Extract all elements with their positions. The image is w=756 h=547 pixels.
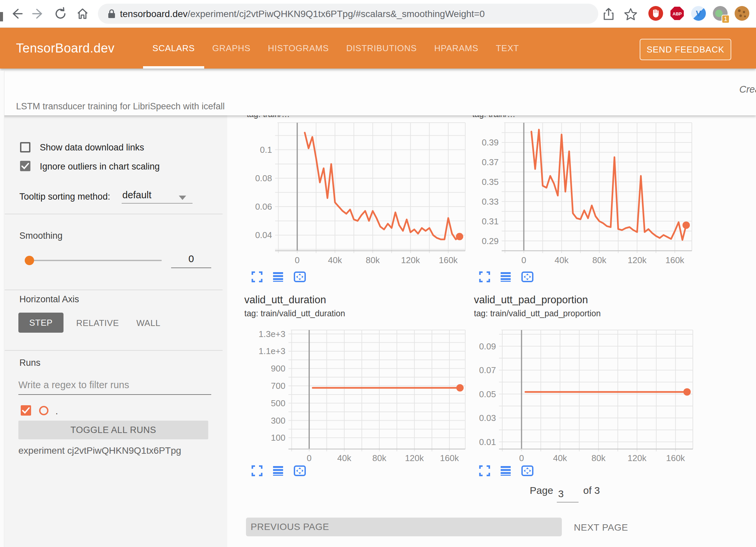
- fullscreen-icon[interactable]: [251, 465, 263, 476]
- show-download-links-label: Show data download links: [40, 142, 144, 153]
- back-icon[interactable]: [9, 7, 23, 21]
- smoothing-label: Smoothing: [19, 231, 62, 241]
- abp-extension-icon[interactable]: ABP: [670, 6, 684, 21]
- gray-extension-icon[interactable]: 1: [713, 6, 728, 21]
- svg-text:1.3e+3: 1.3e+3: [259, 329, 285, 339]
- experiment-title: LSTM transducer training for LibriSpeech…: [16, 101, 225, 112]
- check-icon: [21, 406, 30, 415]
- log-scale-icon[interactable]: [272, 465, 284, 476]
- svg-text:120k: 120k: [628, 255, 647, 265]
- ignore-outliers-checkbox[interactable]: [20, 161, 30, 171]
- v-extension-icon[interactable]: V: [691, 6, 706, 21]
- runs-regex-underline: [18, 394, 211, 395]
- svg-text:100: 100: [271, 433, 285, 443]
- chart-actions-top-left: [251, 271, 306, 283]
- share-icon[interactable]: [602, 7, 616, 21]
- tab-text[interactable]: TEXT: [495, 28, 520, 69]
- tooltip-sorting-label: Tooltip sorting method:: [19, 192, 110, 202]
- svg-text:0: 0: [295, 255, 299, 265]
- log-scale-icon[interactable]: [272, 271, 284, 283]
- address-bar[interactable]: tensorboard.dev/experiment/cj2vtPiwQHKN9…: [98, 4, 598, 24]
- url-path: /experiment/cj2vtPiwQHKN9Q1tx6PTpg/#scal…: [187, 9, 485, 19]
- svg-text:80k: 80k: [366, 255, 380, 265]
- fit-domain-icon[interactable]: [521, 465, 534, 476]
- smoothing-input-underline: [171, 267, 211, 268]
- smoothing-value-input[interactable]: 0: [171, 253, 211, 264]
- page-of-label: of 3: [583, 485, 600, 496]
- forward-icon[interactable]: [31, 7, 45, 21]
- horizontal-axis-label: Horizontal Axis: [19, 294, 79, 305]
- svg-text:40k: 40k: [337, 453, 352, 463]
- previous-page-button[interactable]: PREVIOUS PAGE: [246, 518, 562, 536]
- hand-blocker-extension-icon[interactable]: [648, 6, 663, 21]
- run-color-circle[interactable]: [39, 406, 48, 415]
- send-feedback-button[interactable]: SEND FEEDBACK: [640, 39, 731, 60]
- charts-panel: tag: train/… tag: train/… 0.040.060.080.…: [227, 115, 756, 547]
- run-checkbox[interactable]: [21, 405, 31, 416]
- smoothing-slider-track[interactable]: [25, 260, 162, 261]
- tab-histograms[interactable]: HISTOGRAMS: [267, 28, 330, 69]
- svg-text:80k: 80k: [592, 453, 606, 463]
- bookmark-star-icon[interactable]: [624, 7, 638, 21]
- chart-canvas-bottom-right[interactable]: 0.010.030.050.070.09040k80k120k160k: [478, 323, 705, 465]
- left-gutter: [0, 71, 4, 547]
- fit-domain-icon[interactable]: [521, 271, 534, 283]
- check-icon: [21, 162, 30, 170]
- show-download-links-checkbox[interactable]: [20, 142, 30, 152]
- svg-text:40k: 40k: [553, 453, 568, 463]
- fullscreen-icon[interactable]: [479, 465, 490, 476]
- svg-text:1.1e+3: 1.1e+3: [259, 346, 285, 356]
- app-logo[interactable]: TensorBoard.dev: [16, 41, 115, 56]
- page-input-underline: [557, 502, 579, 503]
- log-scale-icon[interactable]: [500, 271, 511, 283]
- cookie-extension-icon[interactable]: [735, 6, 749, 21]
- svg-text:0.37: 0.37: [482, 157, 499, 167]
- tab-distributions[interactable]: DISTRIBUTIONS: [346, 28, 417, 69]
- svg-text:160k: 160k: [439, 255, 458, 265]
- toggle-all-runs-button[interactable]: TOGGLE ALL RUNS: [18, 421, 208, 439]
- abp-label: ABP: [672, 11, 682, 16]
- home-icon[interactable]: [76, 7, 90, 21]
- axis-step-button[interactable]: STEP: [18, 313, 64, 333]
- svg-text:40k: 40k: [328, 255, 342, 265]
- settings-sidebar: Show data download links Ignore outliers…: [5, 115, 227, 547]
- svg-text:0.35: 0.35: [482, 177, 499, 187]
- chart-canvas-bottom-left[interactable]: 1003005007009001.1e+31.3e+3040k80k120k16…: [251, 323, 478, 465]
- svg-text:120k: 120k: [628, 453, 647, 463]
- fit-domain-icon[interactable]: [293, 465, 306, 476]
- fullscreen-icon[interactable]: [479, 271, 490, 283]
- tab-hparams[interactable]: HPARAMS: [433, 28, 479, 69]
- smoothing-slider-knob[interactable]: [25, 256, 34, 265]
- svg-text:120k: 120k: [401, 255, 420, 265]
- fit-domain-icon[interactable]: [293, 271, 306, 283]
- reload-icon[interactable]: [53, 7, 68, 21]
- run-name-label: .: [55, 406, 58, 417]
- fullscreen-icon[interactable]: [251, 271, 263, 283]
- tooltip-sorting-select[interactable]: default: [122, 190, 151, 201]
- svg-text:0.29: 0.29: [482, 236, 499, 246]
- runs-regex-input[interactable]: Write a regex to filter runs: [18, 379, 129, 391]
- url-text: tensorboard.dev/experiment/cj2vtPiwQHKN9…: [120, 9, 485, 19]
- tab-graphs[interactable]: GRAPHS: [212, 28, 251, 69]
- chart-title-valid-utt-duration: valid_utt_duration: [244, 294, 326, 306]
- next-page-button[interactable]: NEXT PAGE: [574, 522, 628, 533]
- svg-text:0.01: 0.01: [479, 437, 496, 447]
- page-number-input[interactable]: 3: [557, 488, 579, 500]
- divider: [5, 214, 223, 214]
- chart-canvas-top-right[interactable]: 0.290.310.330.350.370.39040k80k120k160k: [478, 115, 705, 266]
- app-header: TensorBoard.dev SCALARS GRAPHS HISTOGRAM…: [0, 28, 756, 69]
- tab-scalars[interactable]: SCALARS: [152, 28, 196, 69]
- svg-text:120k: 120k: [405, 453, 424, 463]
- svg-text:0: 0: [519, 453, 524, 463]
- svg-text:80k: 80k: [592, 255, 607, 265]
- svg-text:0.07: 0.07: [479, 365, 496, 375]
- svg-text:0.05: 0.05: [479, 389, 496, 399]
- chart-canvas-top-left[interactable]: 0.040.060.080.1040k80k120k160k: [251, 115, 478, 266]
- svg-text:0.06: 0.06: [255, 202, 272, 212]
- axis-relative-button[interactable]: RELATIVE: [76, 318, 119, 328]
- svg-text:160k: 160k: [665, 255, 684, 265]
- chevron-down-icon[interactable]: [179, 196, 186, 200]
- log-scale-icon[interactable]: [500, 465, 511, 476]
- svg-text:300: 300: [271, 416, 285, 426]
- axis-wall-button[interactable]: WALL: [136, 318, 160, 328]
